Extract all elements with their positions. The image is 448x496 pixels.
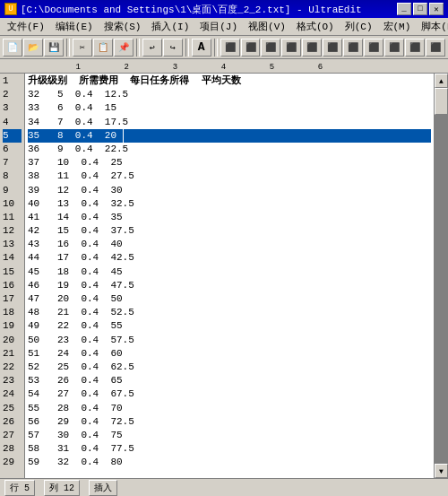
toolbar-btn-9[interactable]: ⬛ xyxy=(384,39,404,57)
text-line[interactable]: 34 7 0.4 17.5 xyxy=(28,116,431,129)
line-number: 3 xyxy=(3,101,22,115)
window-title: [C:\Documents and Settings\1\桌面\百度_2_2.t… xyxy=(21,3,362,16)
text-line[interactable]: 51 24 0.4 60 xyxy=(28,347,431,361)
menu-item-c[interactable]: 列(C) xyxy=(340,18,378,35)
line-number: 5 xyxy=(3,129,22,143)
line-number: 18 xyxy=(3,306,22,319)
line-number: 10 xyxy=(3,197,22,211)
scroll-up-button[interactable]: ▲ xyxy=(435,74,448,88)
line-number: 20 xyxy=(3,334,22,347)
text-line[interactable]: 53 26 0.4 65 xyxy=(28,374,431,387)
ruler-text: 1 2 3 4 5 6 xyxy=(32,63,323,72)
toolbar-btn-11[interactable]: ⬛ xyxy=(426,39,445,57)
status-col: 列 12 xyxy=(44,480,80,496)
text-line[interactable]: 37 10 0.4 25 xyxy=(28,156,431,170)
text-line[interactable]: 47 20 0.4 50 xyxy=(28,292,431,306)
text-line[interactable]: 35 8 0.4 20 xyxy=(28,129,431,143)
toolbar-btn-3[interactable]: ⬛ xyxy=(261,39,280,57)
minimize-button[interactable]: _ xyxy=(397,3,411,15)
toolbar-btn-1[interactable]: ⬛ xyxy=(220,39,240,57)
redo-button[interactable]: ↪ xyxy=(163,39,183,57)
editor-content: 1234567891011121314151617181920212223242… xyxy=(0,74,448,478)
status-line: 行 5 xyxy=(4,480,35,496)
text-line[interactable]: 40 13 0.4 32.5 xyxy=(28,197,431,211)
menu-item-b[interactable]: 脚本(B) xyxy=(416,18,448,35)
text-line[interactable]: 50 23 0.4 57.5 xyxy=(28,334,431,347)
line-number: 7 xyxy=(3,156,22,170)
cut-button[interactable]: ✂ xyxy=(73,39,92,57)
line-number: 21 xyxy=(3,347,22,361)
menu-item-s[interactable]: 搜索(S) xyxy=(99,18,147,35)
line-number: 13 xyxy=(3,238,22,251)
text-line[interactable]: 32 5 0.4 12.5 xyxy=(28,88,431,101)
maximize-button[interactable]: □ xyxy=(413,3,427,15)
line-number: 1 xyxy=(3,74,22,88)
menu-item-j[interactable]: 项目(J) xyxy=(194,18,243,35)
scroll-thumb[interactable] xyxy=(435,88,448,115)
paste-button[interactable]: 📌 xyxy=(114,39,134,57)
title-bar: U [C:\Documents and Settings\1\桌面\百度_2_2… xyxy=(0,0,448,18)
text-line[interactable]: 44 17 0.4 42.5 xyxy=(28,251,431,265)
app-icon: U xyxy=(4,3,17,15)
menu-item-v[interactable]: 视图(V) xyxy=(243,18,291,35)
menu-item-m[interactable]: 宏(M) xyxy=(378,18,417,35)
copy-button[interactable]: 📋 xyxy=(93,39,113,57)
text-line[interactable]: 42 15 0.4 37.5 xyxy=(28,224,431,238)
toolbar-btn-8[interactable]: ⬛ xyxy=(364,39,383,57)
text-line[interactable]: 58 31 0.4 77.5 xyxy=(28,442,431,456)
text-line[interactable]: 36 9 0.4 22.5 xyxy=(28,143,431,156)
open-button[interactable]: 📂 xyxy=(23,39,43,57)
menu-item-i[interactable]: 插入(I) xyxy=(146,18,194,35)
line-number: 17 xyxy=(3,292,22,306)
text-area[interactable]: 升级级别 所需费用 每日任务所得 平均天数32 5 0.4 12.533 6 0… xyxy=(25,74,434,478)
toolbar-btn-4[interactable]: ⬛ xyxy=(281,39,301,57)
text-line[interactable]: 59 32 0.4 80 xyxy=(28,456,431,469)
text-line[interactable]: 升级级别 所需费用 每日任务所得 平均天数 xyxy=(28,74,431,88)
text-line[interactable]: 55 28 0.4 70 xyxy=(28,402,431,415)
text-line[interactable]: 57 30 0.4 75 xyxy=(28,429,431,442)
toolbar-btn-10[interactable]: ⬛ xyxy=(405,39,425,57)
text-line[interactable]: 39 12 0.4 30 xyxy=(28,184,431,197)
line-number: 15 xyxy=(3,265,22,279)
text-line[interactable]: 52 25 0.4 62.5 xyxy=(28,361,431,374)
text-line[interactable]: 41 14 0.4 35 xyxy=(28,211,431,224)
line-number: 6 xyxy=(3,143,22,156)
line-number: 28 xyxy=(3,442,22,456)
text-line[interactable]: 48 21 0.4 52.5 xyxy=(28,306,431,319)
text-line[interactable]: 38 11 0.4 27.5 xyxy=(28,170,431,183)
text-line[interactable]: 33 6 0.4 15 xyxy=(28,101,431,115)
text-line[interactable]: 56 29 0.4 72.5 xyxy=(28,415,431,429)
close-button[interactable]: ✕ xyxy=(429,3,444,15)
status-ins: 插入 xyxy=(89,480,117,496)
save-button[interactable]: 💾 xyxy=(44,39,64,57)
text-line[interactable]: 54 27 0.4 67.5 xyxy=(28,387,431,401)
text-line[interactable]: 46 19 0.4 47.5 xyxy=(28,279,431,292)
line-number: 16 xyxy=(3,279,22,292)
line-number: 24 xyxy=(3,387,22,401)
line-number: 22 xyxy=(3,361,22,374)
toolbar-btn-6[interactable]: ⬛ xyxy=(323,39,342,57)
scroll-down-button[interactable]: ▼ xyxy=(435,464,448,478)
line-number: 25 xyxy=(3,402,22,415)
new-button[interactable]: 📄 xyxy=(3,39,22,57)
line-number: 14 xyxy=(3,251,22,265)
line-number: 23 xyxy=(3,374,22,387)
line-number: 29 xyxy=(3,456,22,469)
text-line[interactable]: 45 18 0.4 45 xyxy=(28,265,431,279)
menu-item-o[interactable]: 格式(O) xyxy=(291,18,340,35)
menu-item-e[interactable]: 编辑(E) xyxy=(50,18,99,35)
line-number: 2 xyxy=(3,88,22,101)
line-number: 27 xyxy=(3,429,22,442)
toolbar-btn-5[interactable]: ⬛ xyxy=(302,39,322,57)
scrollbar-vertical[interactable]: ▲ ▼ xyxy=(434,74,448,478)
text-line[interactable]: 43 16 0.4 40 xyxy=(28,238,431,251)
menu-item-f[interactable]: 文件(F) xyxy=(2,18,50,35)
line-number: 26 xyxy=(3,415,22,429)
scroll-track[interactable] xyxy=(435,88,448,464)
text-line[interactable]: 49 22 0.4 55 xyxy=(28,319,431,333)
toolbar-btn-2[interactable]: ⬛ xyxy=(241,39,261,57)
find-button[interactable]: A xyxy=(192,39,211,57)
toolbar-btn-7[interactable]: ⬛ xyxy=(343,39,363,57)
undo-button[interactable]: ↩ xyxy=(142,39,162,57)
menu-bar: 文件(F)编辑(E)搜索(S)插入(I)项目(J)视图(V)格式(O)列(C)宏… xyxy=(0,18,448,36)
